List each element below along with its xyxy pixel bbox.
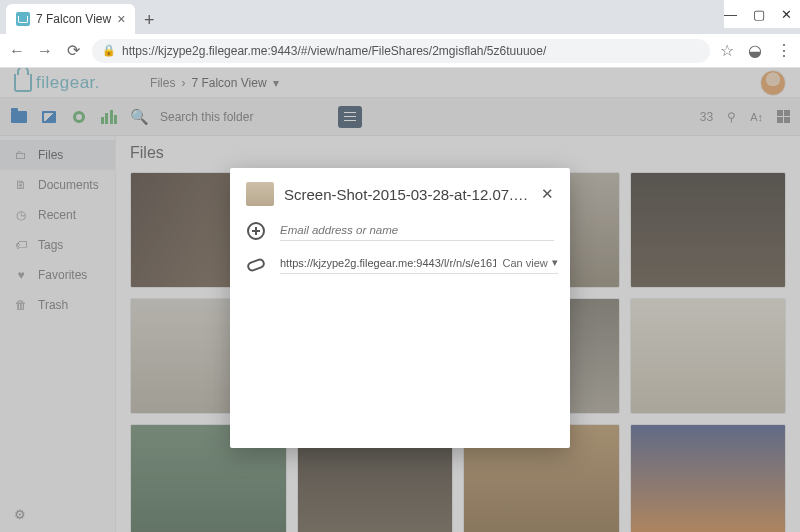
close-icon[interactable]: ✕ bbox=[541, 185, 554, 203]
chevron-down-icon: ▾ bbox=[552, 256, 558, 269]
share-email-input[interactable] bbox=[280, 220, 554, 241]
new-tab-button[interactable]: + bbox=[135, 6, 163, 34]
browser-address-bar: ← → ⟳ 🔒 https://kjzype2g.filegear.me:944… bbox=[0, 34, 800, 68]
share-modal: Screen-Shot-2015-03-28-at-12.07.18-PM...… bbox=[230, 168, 570, 448]
link-icon bbox=[246, 255, 266, 275]
modal-title: Screen-Shot-2015-03-28-at-12.07.18-PM...… bbox=[284, 186, 531, 203]
modal-thumbnail bbox=[246, 182, 274, 206]
close-tab-icon[interactable]: × bbox=[117, 11, 125, 27]
back-button[interactable]: ← bbox=[8, 42, 26, 60]
url-text: https://kjzype2g.filegear.me:9443/#/view… bbox=[122, 44, 546, 58]
browser-tab[interactable]: 7 Falcon View × bbox=[6, 4, 135, 34]
permission-label: Can view bbox=[502, 257, 547, 269]
tab-favicon bbox=[16, 12, 30, 26]
profile-icon[interactable]: ◒ bbox=[748, 41, 762, 60]
browser-tab-bar: 7 Falcon View × + — ▢ ✕ bbox=[0, 0, 800, 34]
reload-button[interactable]: ⟳ bbox=[64, 41, 82, 60]
lock-icon: 🔒 bbox=[102, 44, 116, 57]
browser-menu-icon[interactable]: ⋮ bbox=[776, 41, 792, 60]
window-close-button[interactable]: ✕ bbox=[781, 7, 792, 22]
url-field[interactable]: 🔒 https://kjzype2g.filegear.me:9443/#/vi… bbox=[92, 39, 710, 63]
window-maximize-button[interactable]: ▢ bbox=[753, 7, 765, 22]
share-link[interactable]: https://kjzype2g.filegear.me:9443/l/r/n/… bbox=[280, 257, 496, 269]
tab-title: 7 Falcon View bbox=[36, 12, 111, 26]
forward-button[interactable]: → bbox=[36, 42, 54, 60]
modal-overlay[interactable]: Screen-Shot-2015-03-28-at-12.07.18-PM...… bbox=[0, 68, 800, 532]
window-minimize-button[interactable]: — bbox=[724, 7, 737, 22]
star-icon[interactable]: ☆ bbox=[720, 41, 734, 60]
add-person-icon[interactable] bbox=[246, 221, 266, 241]
permission-dropdown[interactable]: Can view ▾ bbox=[502, 256, 557, 269]
